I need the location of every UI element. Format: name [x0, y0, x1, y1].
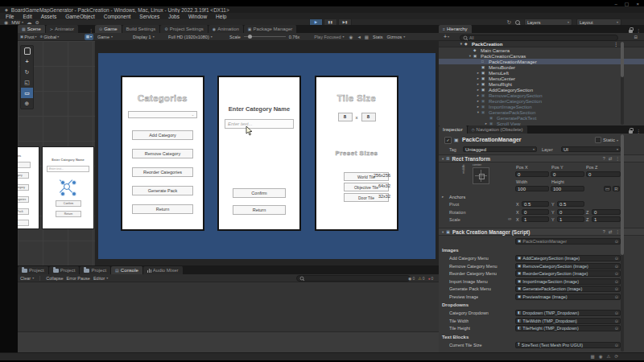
hierarchy-item[interactable]: ▾ ▣ PackCreationCanvas — [439, 53, 644, 59]
object-picker-icon[interactable]: ⊙ — [615, 239, 618, 244]
move-tool-icon[interactable]: + — [21, 56, 33, 67]
object-field[interactable]: ▣ RemoveCategorySection (Image) ⊙ — [515, 263, 621, 269]
object-field[interactable]: ▣ ImportImageSection (Image) ⊙ — [515, 278, 621, 285]
vsync-icon[interactable]: ▦ — [365, 35, 369, 39]
lock-icon[interactable] — [629, 30, 633, 33]
hierarchy-item-inactive[interactable]: ▸ ▣ RemoveCategorySection — [439, 93, 644, 98]
activity-icon[interactable]: ◉ — [599, 354, 603, 359]
object-picker-icon[interactable]: ⊙ — [615, 319, 618, 323]
rotation-y-field[interactable]: 0 — [557, 209, 584, 215]
mute-audio-icon[interactable]: ◄ — [357, 35, 361, 39]
hierarchy-item-inactive[interactable]: ▣ GeneratePackText — [439, 115, 644, 121]
hierarchy-item-inactive[interactable]: ▸ ▣ ReorderCategorySection — [439, 98, 644, 104]
anchor-preset-button[interactable] — [473, 167, 489, 184]
foldout-arrow[interactable]: ▾ — [475, 110, 481, 114]
tab-hierarchy[interactable]: ≡ Hierarchy — [439, 25, 473, 33]
foldout-arrow[interactable]: ▾ — [442, 157, 444, 161]
object-picker-icon[interactable]: ⊙ — [615, 286, 618, 291]
refresh-icon[interactable]: ⟳ — [614, 354, 618, 359]
tab-package-manager[interactable]: ▣ Package Manager — [244, 25, 297, 33]
foldout-arrow[interactable]: ▸ — [475, 93, 481, 97]
display-mode-dropdown[interactable]: Game▾ — [97, 35, 133, 39]
object-picker-icon[interactable]: ⊙ — [615, 271, 618, 276]
tab-scene[interactable]: ▦ Scene — [18, 25, 46, 33]
gizmo-handle[interactable] — [72, 191, 76, 196]
add-gameobject-button[interactable]: + — [444, 34, 447, 39]
confirm-button[interactable]: Confirm — [233, 188, 286, 198]
menu-assets[interactable]: Assets — [41, 14, 57, 19]
editor-dropdown[interactable]: Editor▾ — [93, 276, 108, 281]
tag-dropdown[interactable]: Untagged▾ — [463, 146, 537, 152]
tab-navigation[interactable]: ◇ Navigation (Obsolete) — [468, 125, 528, 134]
menu-component[interactable]: Component — [104, 14, 131, 19]
error-pause-button[interactable]: Error Pause — [67, 276, 90, 281]
collapse-button[interactable]: Collapse — [46, 276, 63, 281]
generate-pack-button[interactable]: Generate Pack — [132, 186, 193, 195]
rotation-z-field[interactable]: 0 — [592, 209, 621, 215]
hierarchy-item-inactive[interactable]: ▸ ▣ ImportImageSection — [439, 104, 644, 109]
rect-tool-icon[interactable]: ▭ — [21, 88, 33, 98]
menu-file[interactable]: File — [6, 14, 14, 19]
anchors-label[interactable]: Anchors — [449, 195, 465, 200]
lock-icon[interactable] — [629, 130, 633, 134]
tab-animator[interactable]: ≻ Animator — [46, 25, 79, 33]
kebab-menu-icon[interactable]: ⋮ — [636, 128, 641, 134]
gizmos-dropdown[interactable]: Gizmos▾ — [387, 35, 406, 39]
chevron-down-icon[interactable]: ▾ — [448, 35, 449, 39]
inspector-scrollbar[interactable] — [621, 134, 624, 352]
hierarchy-scrollbar[interactable] — [621, 42, 624, 125]
reorder-categories-button[interactable]: Reorder Categories — [132, 167, 193, 177]
blueprint-mode-button[interactable]: ▭ — [604, 186, 611, 191]
pivot-x-field[interactable]: 0.5 — [522, 201, 549, 207]
tab-build-settings[interactable]: Build Settings — [122, 25, 161, 33]
script-component-header[interactable]: ▾ ▣ Pack Creation Manager (Script) ? ⇄ ⋮ — [439, 228, 644, 236]
hierarchy-item-scene[interactable]: ▾ ◈ PackCreation ⋮ — [439, 41, 644, 47]
gizmo-handle[interactable] — [72, 180, 76, 185]
object-picker-icon[interactable]: ⊙ — [615, 311, 618, 315]
return-button[interactable]: Return — [132, 204, 193, 214]
object-picker-icon[interactable]: ⊙ — [615, 279, 618, 284]
tab-inspector[interactable]: Inspector — [439, 125, 468, 134]
stats-button[interactable]: Stats — [373, 35, 383, 39]
static-checkbox[interactable] — [595, 137, 601, 143]
script-object-field[interactable]: ▣ PackCreationManager ⊙ — [515, 238, 621, 245]
object-field[interactable]: ◧ Dropdown (TMP_Dropdown) ⊙ — [515, 310, 621, 316]
kebab-menu-icon[interactable]: ⋮ — [636, 27, 641, 33]
hierarchy-item[interactable]: ▸ ▣ MenuCenter — [439, 76, 644, 81]
cloud-icon[interactable]: ☁ — [27, 19, 32, 25]
object-picker-icon[interactable]: ⊙ — [615, 294, 618, 299]
object-field[interactable]: T SizeText (Text Mesh Pro UGUI) ⊙ — [515, 342, 621, 348]
account-dropdown[interactable]: MW▾ — [11, 19, 23, 25]
rect-transform-header[interactable]: ▾ ⊞ Rect Transform ? ⇄ ⋮ — [439, 154, 644, 162]
capture-icon[interactable]: ◉ — [349, 35, 353, 39]
scale-y-field[interactable]: 1 — [557, 216, 584, 222]
foldout-arrow[interactable]: ▸ — [475, 99, 481, 103]
info-count-badge[interactable]: ◉ 0 — [408, 276, 415, 281]
play-focused-dropdown[interactable]: Play Focused▾ — [314, 35, 344, 39]
scale-tool-icon[interactable]: ◱ — [21, 77, 33, 88]
display-dropdown[interactable]: Display 1▾ — [133, 35, 168, 39]
tile-height-dropdown[interactable]: 8 — [361, 113, 376, 121]
menu-gameobject[interactable]: GameObject — [65, 14, 95, 19]
hierarchy-item[interactable]: ▸ ▣ AddCategorySection — [439, 87, 644, 93]
resolution-dropdown[interactable]: Full HD (1920x1080)▾ — [168, 35, 226, 39]
view-hand-tool-icon[interactable] — [21, 46, 33, 56]
pos-x-field[interactable]: 0 — [515, 171, 549, 177]
minimize-icon[interactable]: – — [614, 2, 617, 6]
close-icon[interactable]: × — [636, 2, 639, 6]
tab-game[interactable]: ⊙ Game — [95, 25, 122, 33]
object-picker-icon[interactable]: ⊙ — [615, 343, 618, 348]
tab-project-3[interactable]: Project — [80, 266, 111, 274]
object-field[interactable]: ◧ TileHeight (TMP_Dropdown) ⊙ — [515, 325, 621, 331]
subscene-icon[interactable]: ⊟ — [634, 35, 638, 39]
kebab-menu-icon[interactable]: ⋮ — [616, 229, 621, 234]
search-icon[interactable] — [515, 20, 520, 25]
raw-edit-button[interactable]: R — [613, 186, 620, 191]
transform-tool-icon[interactable]: ⊕ — [21, 98, 33, 109]
presets-icon[interactable]: ⇄ — [609, 229, 613, 234]
object-field[interactable]: ◧ TileWidth (TMP_Dropdown) ⊙ — [515, 318, 621, 324]
foldout-arrow[interactable]: ▸ — [475, 76, 481, 80]
maximize-icon[interactable]: ▢ — [625, 1, 630, 6]
scale-x-field[interactable]: 1 — [522, 216, 549, 222]
foldout-arrow[interactable]: ▸ — [442, 195, 444, 199]
